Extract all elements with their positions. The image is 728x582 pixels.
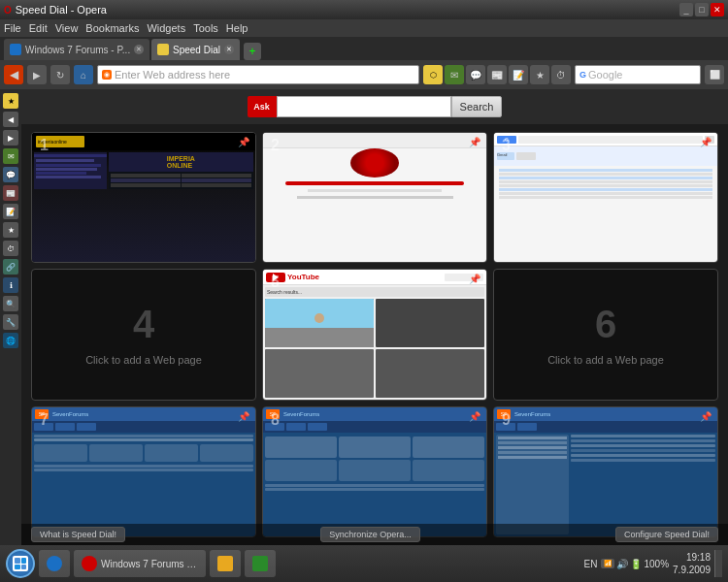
window-title: Speed Dial - Opera	[16, 4, 107, 16]
menu-widgets[interactable]: Widgets	[147, 22, 185, 34]
dial-cell-2[interactable]: 2 📌	[262, 132, 487, 263]
what-is-speeddial-button[interactable]: What is Speed Dial!	[31, 527, 125, 542]
menu-view[interactable]: View	[55, 22, 79, 34]
maximize-button[interactable]: □	[695, 3, 709, 16]
taskbar-btn-ie[interactable]	[39, 550, 70, 577]
tab-windows7forums-close[interactable]: ✕	[134, 45, 144, 54]
win-square-tl	[15, 558, 20, 564]
tab-speeddial-close[interactable]: ✕	[224, 45, 234, 54]
dial-cell-4[interactable]: 4 Click to add a Web page	[31, 269, 256, 400]
close-button[interactable]: ✕	[711, 3, 724, 16]
sidebar-icon-history[interactable]: ⏱	[3, 241, 18, 256]
sidebar-icon-news[interactable]: 📰	[3, 185, 18, 201]
site5-header: YouTube	[263, 270, 486, 285]
synchronize-opera-button[interactable]: Synchronize Opera...	[320, 527, 420, 542]
taskbar-btn-opera[interactable]: Windows 7 Forums - P...	[74, 550, 206, 577]
dial-pin-3[interactable]: 📌	[700, 137, 711, 147]
opera-logo: O	[4, 5, 12, 16]
dial-cell-5[interactable]: 5 📌 YouTube Search results...	[262, 269, 487, 400]
dial-cell-9[interactable]: 9 📌 SF SevenForums	[493, 406, 718, 537]
site789-nav-item-8-3	[308, 423, 327, 431]
site2-text-2	[308, 189, 442, 192]
new-tab-button[interactable]: +	[244, 43, 261, 60]
battery-icon: 🔋	[630, 559, 642, 569]
ask-search-button[interactable]: Search	[451, 96, 503, 117]
dial-pin-9[interactable]: 📌	[700, 411, 711, 422]
fullscreen-icon[interactable]: ⬜	[705, 65, 724, 84]
dial-pin-8[interactable]: 📌	[469, 411, 480, 422]
sidebar-icon-info[interactable]: ℹ	[3, 277, 18, 293]
dial-pin-2[interactable]: 📌	[469, 137, 480, 147]
search-input-placeholder[interactable]: Google	[588, 69, 622, 81]
forward-button[interactable]: ▶	[27, 65, 47, 84]
menu-bookmarks[interactable]: Bookmarks	[85, 22, 139, 34]
menu-help[interactable]: Help	[226, 22, 248, 34]
dial-empty-number-4: 4	[133, 303, 154, 346]
site2-text-1	[285, 181, 464, 185]
reload-button[interactable]: ↻	[50, 65, 70, 84]
dial-pin-1[interactable]: 📌	[238, 137, 249, 147]
site1-content: IMPERIAONLINE	[32, 150, 255, 191]
site3-row-8	[499, 196, 712, 199]
site3-row-7	[499, 192, 712, 195]
sidebar-icon-wrench[interactable]: 🔧	[3, 314, 18, 330]
sidebar-icon-search[interactable]: 🔍	[3, 296, 18, 311]
news-icon[interactable]: 📰	[487, 65, 507, 84]
system-tray: EN 📶 🔊 🔋 100% 19:18 7.9.2009	[584, 550, 722, 577]
site789-nav-item-9-2	[517, 423, 537, 431]
clock-date: 7.9.2009	[673, 564, 711, 576]
speedial-icon[interactable]: ⬡	[423, 65, 443, 84]
mail-icon[interactable]: ✉	[445, 65, 464, 84]
dial-pin-5[interactable]: 📌	[469, 274, 480, 284]
dial-cell-3[interactable]: 3 📌 G Gmail	[493, 132, 718, 263]
show-desktop-button[interactable]	[714, 550, 722, 577]
taskbar-btn-extra[interactable]	[245, 550, 276, 577]
back-button[interactable]: ◀	[4, 65, 23, 84]
menu-file[interactable]: File	[4, 22, 21, 34]
site2-text-3	[297, 196, 453, 199]
tab-bar: Windows 7 Forums - P... ✕ Speed Dial ✕ +	[0, 37, 728, 60]
tab-speeddial-label: Speed Dial	[173, 45, 220, 55]
main-content: Ask Search 1 📌 imperiaonline	[21, 89, 728, 545]
taskbar-btn-explorer[interactable]	[210, 550, 241, 577]
sidebar-icon-back[interactable]: ◀	[3, 112, 18, 127]
menu-tools[interactable]: Tools	[193, 22, 218, 34]
rss-icon: ◉	[102, 70, 112, 80]
dial-thumb-7: SF SevenForums	[32, 407, 255, 536]
home-button[interactable]: ⌂	[74, 65, 93, 84]
dial-cell-7[interactable]: 7 📌 SF SevenForums	[31, 406, 256, 537]
site2-content	[263, 148, 486, 199]
start-button[interactable]	[6, 549, 35, 578]
bookmarks-icon[interactable]: ★	[530, 65, 549, 84]
sidebar-icon-mail[interactable]: ✉	[3, 148, 18, 164]
site3-row-2	[499, 173, 712, 176]
sidebar-icon-forward[interactable]: ▶	[3, 130, 18, 146]
sidebar-icon-notes[interactable]: 📝	[3, 204, 18, 219]
sidebar-icon-links[interactable]: 🔗	[3, 259, 18, 275]
google-icon: G	[579, 70, 586, 80]
dial-pin-7[interactable]: 📌	[238, 411, 249, 422]
site789-nav-7	[32, 421, 255, 433]
sidebar-icon-globe[interactable]: 🌐	[3, 333, 18, 348]
sidebar-icon-star[interactable]: ★	[3, 93, 18, 109]
minimize-button[interactable]: _	[679, 3, 693, 16]
tab-windows7forums[interactable]: Windows 7 Forums - P... ✕	[4, 39, 149, 60]
site789-header-7: SF SevenForums	[32, 407, 255, 421]
dial-cell-8[interactable]: 8 📌 SF SevenForums	[262, 406, 487, 537]
site3-row-5	[499, 184, 712, 187]
sidebar-icon-bm[interactable]: ★	[3, 222, 18, 238]
history-icon[interactable]: ⏱	[551, 65, 571, 84]
notes-icon[interactable]: 📝	[509, 65, 528, 84]
volume-icon: 🔊	[616, 559, 628, 569]
chat-icon[interactable]: 💬	[466, 65, 485, 84]
site3-row-6	[499, 188, 712, 191]
speeddial-tab-icon	[157, 44, 169, 55]
ask-search-input[interactable]	[277, 96, 451, 117]
address-input-placeholder[interactable]: Enter Web address here	[115, 69, 414, 81]
tab-speeddial[interactable]: Speed Dial ✕	[151, 39, 240, 60]
menu-edit[interactable]: Edit	[29, 22, 48, 34]
configure-speeddial-button[interactable]: Configure Speed Dial!	[615, 527, 718, 542]
sidebar-icon-chat[interactable]: 💬	[3, 167, 18, 182]
dial-cell-6[interactable]: 6 Click to add a Web page	[493, 269, 718, 400]
dial-cell-1[interactable]: 1 📌 imperiaonline IMPERIAO	[31, 132, 256, 263]
